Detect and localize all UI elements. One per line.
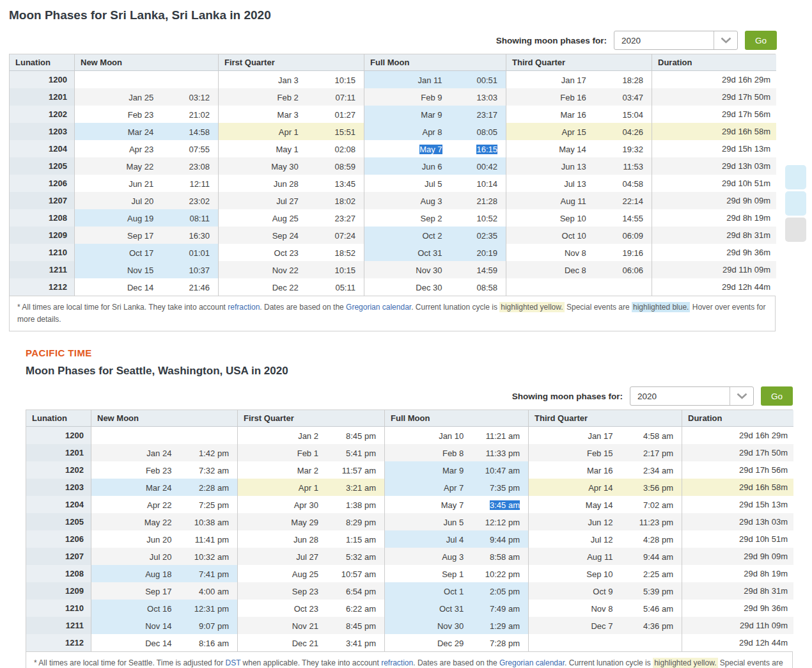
third-quarter-cell[interactable]: Apr 143:56 pm — [528, 479, 682, 496]
third-quarter-cell[interactable]: Sep 1014:55 — [506, 209, 652, 227]
new-moon-cell[interactable]: Apr 227:25 pm — [91, 496, 237, 513]
full-moon-cell[interactable]: Feb 913:03 — [364, 88, 506, 106]
full-moon-cell[interactable]: Sep 110:22 pm — [384, 565, 528, 582]
go-button[interactable]: Go — [761, 386, 793, 406]
full-moon-cell[interactable]: Dec 297:28 pm — [384, 634, 528, 651]
footnote-link[interactable]: DST — [225, 658, 240, 667]
footnote-link[interactable]: refraction — [381, 658, 413, 667]
third-quarter-cell[interactable]: Nov 819:16 — [506, 244, 652, 261]
first-quarter-cell[interactable]: Mar 301:27 — [218, 106, 364, 123]
new-moon-cell[interactable]: Oct 1612:31 pm — [91, 600, 237, 617]
full-moon-cell[interactable]: Jan 1011:21 am — [384, 427, 528, 444]
first-quarter-cell[interactable]: May 298:29 pm — [237, 513, 384, 530]
first-quarter-cell[interactable]: Apr 13:21 am — [237, 479, 384, 496]
full-moon-cell[interactable]: May 73:45 am — [384, 496, 528, 513]
first-quarter-cell[interactable]: May 3008:59 — [218, 157, 364, 175]
new-moon-cell[interactable]: Jul 2010:32 am — [91, 548, 237, 565]
full-moon-cell[interactable]: Oct 202:35 — [364, 227, 506, 244]
new-moon-cell[interactable]: Mar 242:28 am — [91, 479, 237, 496]
third-quarter-cell[interactable]: Aug 1122:14 — [506, 192, 652, 209]
first-quarter-cell[interactable]: Oct 2318:52 — [218, 244, 364, 261]
third-quarter-cell[interactable]: Aug 119:44 am — [528, 548, 682, 565]
first-quarter-cell[interactable]: Apr 115:51 — [218, 123, 364, 140]
first-quarter-cell[interactable]: Jul 275:32 am — [237, 548, 384, 565]
first-quarter-cell[interactable]: Jan 28:45 pm — [237, 427, 384, 444]
third-quarter-cell[interactable]: May 147:02 am — [528, 496, 682, 513]
full-moon-cell[interactable]: Oct 3120:19 — [364, 244, 506, 261]
new-moon-cell[interactable]: May 2210:38 am — [91, 513, 237, 530]
full-moon-cell[interactable]: May 716:15 — [364, 140, 506, 157]
full-moon-cell[interactable]: Sep 210:52 — [364, 209, 506, 227]
third-quarter-cell[interactable]: Dec 806:06 — [506, 261, 652, 278]
third-quarter-cell[interactable]: Feb 1603:47 — [506, 88, 652, 106]
full-moon-cell[interactable]: Apr 808:05 — [364, 123, 506, 140]
new-moon-cell[interactable]: Jan 241:42 pm — [91, 444, 237, 461]
floating-button-2[interactable] — [785, 191, 806, 216]
first-quarter-cell[interactable]: Jan 310:15 — [218, 71, 364, 88]
third-quarter-cell[interactable]: Apr 1504:26 — [506, 123, 652, 140]
first-quarter-cell[interactable]: Jun 281:15 am — [237, 530, 384, 548]
third-quarter-cell[interactable]: May 1419:32 — [506, 140, 652, 157]
full-moon-cell[interactable]: Nov 301:29 am — [384, 617, 528, 634]
first-quarter-cell[interactable]: Oct 236:22 am — [237, 600, 384, 617]
full-moon-cell[interactable]: Mar 910:47 am — [384, 461, 528, 479]
full-moon-cell[interactable]: Jul 510:14 — [364, 175, 506, 192]
third-quarter-cell[interactable]: Mar 1615:04 — [506, 106, 652, 123]
first-quarter-cell[interactable]: Sep 236:54 pm — [237, 582, 384, 600]
full-moon-cell[interactable]: Jul 49:44 pm — [384, 530, 528, 548]
new-moon-cell[interactable]: Jan 2503:12 — [74, 88, 218, 106]
first-quarter-cell[interactable]: Dec 2205:11 — [218, 278, 364, 296]
new-moon-cell[interactable]: Feb 2321:02 — [74, 106, 218, 123]
third-quarter-cell[interactable]: Jul 124:28 pm — [528, 530, 682, 548]
third-quarter-cell[interactable]: Jan 1718:28 — [506, 71, 652, 88]
third-quarter-cell[interactable]: Nov 85:46 am — [528, 600, 682, 617]
first-quarter-cell[interactable]: Jul 2718:02 — [218, 192, 364, 209]
first-quarter-cell[interactable]: Sep 2407:24 — [218, 227, 364, 244]
new-moon-cell[interactable]: Aug 1908:11 — [74, 209, 218, 227]
new-moon-cell[interactable]: Sep 174:00 am — [91, 582, 237, 600]
new-moon-cell[interactable]: Apr 2307:55 — [74, 140, 218, 157]
full-moon-cell[interactable]: Jun 512:12 pm — [384, 513, 528, 530]
third-quarter-cell[interactable]: Jun 1311:53 — [506, 157, 652, 175]
first-quarter-cell[interactable]: Jun 2813:45 — [218, 175, 364, 192]
chevron-down-icon[interactable] — [730, 387, 753, 405]
full-moon-cell[interactable]: Nov 3014:59 — [364, 261, 506, 278]
first-quarter-cell[interactable]: Aug 2523:27 — [218, 209, 364, 227]
third-quarter-cell[interactable]: Oct 1006:09 — [506, 227, 652, 244]
full-moon-cell[interactable]: Oct 12:05 pm — [384, 582, 528, 600]
first-quarter-cell[interactable]: Nov 218:45 pm — [237, 617, 384, 634]
new-moon-cell[interactable]: Dec 148:16 am — [91, 634, 237, 651]
new-moon-cell[interactable]: Dec 1421:46 — [74, 278, 218, 296]
full-moon-cell[interactable]: Aug 321:28 — [364, 192, 506, 209]
third-quarter-cell[interactable]: Jul 1304:58 — [506, 175, 652, 192]
new-moon-cell[interactable]: Jul 2023:02 — [74, 192, 218, 209]
new-moon-cell[interactable]: Nov 1510:37 — [74, 261, 218, 278]
third-quarter-cell[interactable]: Jun 1211:23 pm — [528, 513, 682, 530]
full-moon-cell[interactable]: Oct 317:49 am — [384, 600, 528, 617]
new-moon-cell[interactable]: Oct 1701:01 — [74, 244, 218, 261]
first-quarter-cell[interactable]: Nov 2210:15 — [218, 261, 364, 278]
third-quarter-cell[interactable]: Jan 174:58 am — [528, 427, 682, 444]
go-button[interactable]: Go — [745, 31, 777, 50]
third-quarter-cell[interactable]: Dec 74:36 pm — [528, 617, 682, 634]
full-moon-cell[interactable]: Jan 1100:51 — [364, 71, 506, 88]
full-moon-cell[interactable]: Feb 811:33 pm — [384, 444, 528, 461]
new-moon-cell[interactable]: Aug 187:41 pm — [91, 565, 237, 582]
third-quarter-cell[interactable]: Oct 95:39 pm — [528, 582, 682, 600]
footnote-link[interactable]: Gregorian calendar — [499, 658, 565, 667]
full-moon-cell[interactable]: Aug 38:58 am — [384, 548, 528, 565]
third-quarter-cell[interactable]: Sep 102:25 am — [528, 565, 682, 582]
new-moon-cell[interactable]: Jun 2011:41 pm — [91, 530, 237, 548]
new-moon-cell[interactable]: Mar 2414:58 — [74, 123, 218, 140]
first-quarter-cell[interactable]: Dec 213:41 pm — [237, 634, 384, 651]
new-moon-cell[interactable]: Sep 1716:30 — [74, 227, 218, 244]
new-moon-cell[interactable]: Feb 237:32 am — [91, 461, 237, 479]
year-select[interactable]: 2020 — [630, 386, 754, 406]
first-quarter-cell[interactable]: Apr 301:38 pm — [237, 496, 384, 513]
first-quarter-cell[interactable]: Mar 211:57 am — [237, 461, 384, 479]
first-quarter-cell[interactable]: Feb 15:41 pm — [237, 444, 384, 461]
floating-button-3[interactable] — [785, 218, 806, 242]
floating-button-1[interactable] — [785, 165, 806, 189]
third-quarter-cell[interactable]: Mar 162:34 am — [528, 461, 682, 479]
full-moon-cell[interactable]: Jun 600:42 — [364, 157, 506, 175]
